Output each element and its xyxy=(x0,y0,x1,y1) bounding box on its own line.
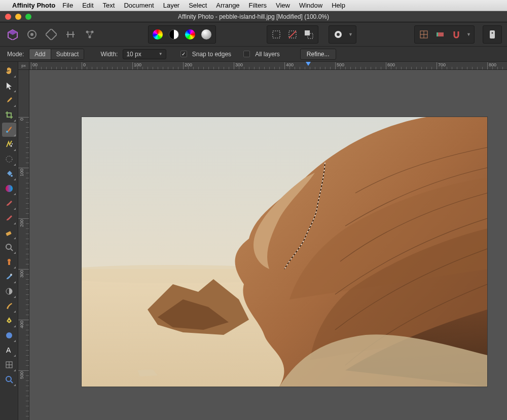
svg-point-20 xyxy=(337,33,340,36)
mode-add-button[interactable]: Add xyxy=(29,49,51,59)
svg-rect-34 xyxy=(6,231,12,236)
ruler-v-tick: 400 xyxy=(19,321,24,328)
tonemap-persona-icon[interactable] xyxy=(63,27,78,42)
view-zoom-tool-icon[interactable] xyxy=(2,372,16,387)
canvas-viewport[interactable] xyxy=(29,70,507,420)
ruler-h-tick: 0 xyxy=(82,62,86,69)
window-minimize-icon[interactable] xyxy=(15,14,21,20)
color-picker-tool-icon[interactable] xyxy=(2,93,16,107)
svg-text:A: A xyxy=(6,346,11,354)
photo-persona-icon[interactable] xyxy=(5,27,20,42)
flood-fill-tool-icon[interactable] xyxy=(2,167,16,181)
move-tool-icon[interactable] xyxy=(2,79,16,93)
pixel-brush-tool-icon[interactable] xyxy=(2,211,16,225)
refine-button[interactable]: Refine... xyxy=(300,49,336,60)
svg-point-47 xyxy=(6,376,11,381)
ruler-horizontal[interactable]: 000100200300400500600700800 xyxy=(29,62,507,70)
selection-deselect-icon[interactable] xyxy=(285,27,300,42)
ruler-cursor-marker-icon xyxy=(306,62,311,66)
width-combo[interactable]: 10 px ▼ xyxy=(123,49,166,59)
marquee-tool-icon[interactable] xyxy=(2,152,16,166)
menu-window[interactable]: Window xyxy=(299,2,322,9)
dodge-tool-icon[interactable] xyxy=(2,284,16,298)
erase-brush-tool-icon[interactable] xyxy=(2,225,16,240)
hand-tool-icon[interactable] xyxy=(2,64,16,78)
ruler-v-tick: 500 xyxy=(19,371,24,379)
document-canvas[interactable] xyxy=(82,117,487,387)
paint-brush-tool-icon[interactable] xyxy=(2,196,16,210)
menu-text[interactable]: Text xyxy=(103,2,115,9)
menu-filters[interactable]: Filters xyxy=(249,2,267,9)
color-swatch-hue-icon[interactable] xyxy=(183,27,197,42)
menu-file[interactable]: File xyxy=(62,2,73,9)
app-menu[interactable]: Affinity Photo xyxy=(12,2,55,9)
svg-rect-17 xyxy=(305,30,310,35)
svg-point-33 xyxy=(6,185,13,192)
selection-invert-icon[interactable] xyxy=(302,27,316,42)
svg-point-29 xyxy=(10,145,12,147)
svg-point-28 xyxy=(6,131,8,133)
window-close-icon[interactable] xyxy=(5,14,11,20)
snapping-icon[interactable] xyxy=(449,27,463,42)
chevron-down-icon[interactable]: ▼ xyxy=(465,32,472,37)
menu-edit[interactable]: Edit xyxy=(82,2,93,9)
menu-select[interactable]: Select xyxy=(189,2,207,9)
canvas-area: px 000100200300400500600700800 010020030… xyxy=(18,62,507,420)
develop-persona-icon[interactable] xyxy=(44,27,59,42)
crop-tool-icon[interactable] xyxy=(2,108,16,122)
ruler-unit-label[interactable]: px xyxy=(18,62,29,70)
svg-line-48 xyxy=(11,381,13,383)
auto-select-tool-icon[interactable] xyxy=(2,137,16,151)
mode-label: Mode: xyxy=(7,51,24,58)
color-swatch-grey-icon[interactable] xyxy=(199,27,213,42)
force-pixel-align-icon[interactable] xyxy=(433,27,447,42)
selection-brush-tool-icon[interactable] xyxy=(2,123,16,137)
chevron-down-icon: ▼ xyxy=(159,52,163,56)
svg-marker-1 xyxy=(8,30,17,35)
svg-rect-4 xyxy=(46,29,57,40)
menu-document[interactable]: Document xyxy=(124,2,154,9)
window-zoom-icon[interactable] xyxy=(25,14,31,20)
tools-panel: A xyxy=(0,62,18,420)
selection-marquee-icon[interactable] xyxy=(269,27,283,42)
svg-point-32 xyxy=(11,175,13,177)
ruler-v-tick: 300 xyxy=(19,270,24,278)
assistant-icon[interactable] xyxy=(485,27,499,42)
smudge-tool-icon[interactable] xyxy=(2,299,16,313)
svg-point-3 xyxy=(30,33,33,36)
export-persona-icon[interactable] xyxy=(82,27,97,42)
chevron-down-icon[interactable]: ▼ xyxy=(347,32,354,37)
svg-line-16 xyxy=(289,31,296,38)
shape-tool-icon[interactable] xyxy=(2,328,16,342)
svg-point-27 xyxy=(492,32,493,33)
zoom-blur-tool-icon[interactable] xyxy=(2,240,16,254)
all-layers-checkbox[interactable] xyxy=(243,51,250,57)
snap-to-edges-checkbox[interactable]: ✓ xyxy=(180,51,187,57)
pen-tool-icon[interactable] xyxy=(2,314,16,328)
liquify-persona-icon[interactable] xyxy=(24,27,40,42)
quickmask-icon[interactable] xyxy=(331,27,345,42)
menu-view[interactable]: View xyxy=(276,2,290,9)
color-swatch-bw-icon[interactable] xyxy=(167,27,181,42)
grid-snap-icon[interactable] xyxy=(417,27,431,42)
macos-menubar: Affinity Photo File Edit Text Document L… xyxy=(0,0,507,11)
gradient-tool-icon[interactable] xyxy=(2,181,16,196)
all-layers-label: All layers xyxy=(255,51,280,58)
svg-rect-38 xyxy=(8,262,10,265)
ruler-vertical[interactable]: 0100200300400500 xyxy=(18,70,29,420)
inpaint-tool-icon[interactable] xyxy=(2,255,16,269)
svg-point-42 xyxy=(6,332,12,338)
menu-arrange[interactable]: Arrange xyxy=(216,2,239,9)
clone-tool-icon[interactable] xyxy=(2,270,16,284)
menu-layer[interactable]: Layer xyxy=(163,2,180,9)
color-swatch-rainbow-icon[interactable] xyxy=(151,27,165,42)
svg-line-36 xyxy=(11,249,13,251)
mode-subtract-button[interactable]: Subtract xyxy=(51,49,84,59)
text-tool-icon[interactable]: A xyxy=(2,343,16,357)
menu-help[interactable]: Help xyxy=(332,2,345,9)
context-toolbar: Mode: Add Subtract Width: 10 px ▼ ✓ Snap… xyxy=(0,47,507,62)
svg-line-12 xyxy=(87,32,90,37)
svg-point-37 xyxy=(8,259,11,262)
mesh-tool-icon[interactable] xyxy=(2,358,16,372)
window-title: Affinity Photo - pebble-island-hill.jpg … xyxy=(0,13,507,20)
